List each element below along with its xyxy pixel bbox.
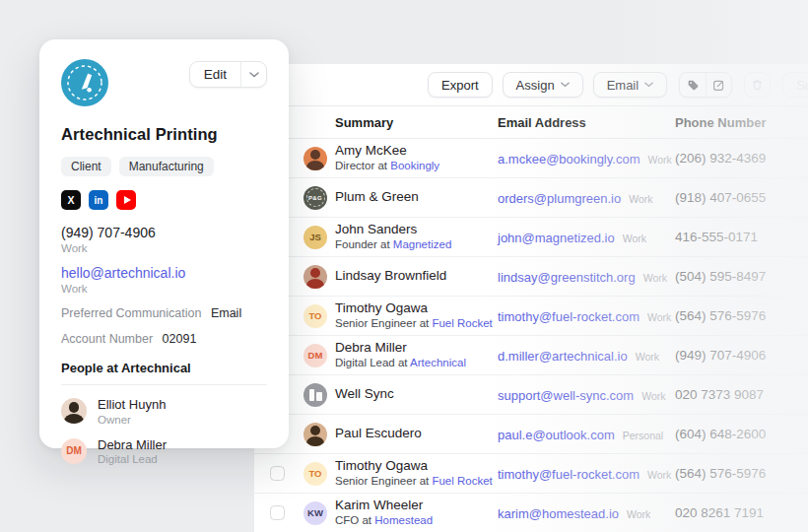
phone-number: (206) 932-4369 (675, 151, 808, 166)
table-row[interactable]: Lindsay Brownfieldlindsay@greenstitch.or… (254, 257, 808, 297)
divider (61, 384, 267, 385)
field-value: 02091 (163, 332, 197, 346)
contact-name: Timothy Ogawa (335, 300, 498, 316)
avatar (61, 398, 87, 424)
company-link[interactable]: Fuel Rocket (432, 317, 492, 329)
bulk-edit-button[interactable] (706, 73, 731, 97)
contact-name: Debra Miller (335, 340, 498, 356)
avatar: KW (303, 501, 327, 525)
company-link[interactable]: Homestead (374, 514, 433, 526)
assign-button-label: Assign (516, 78, 555, 93)
phone-number: 020 8261 7191 (675, 505, 808, 520)
phone-number: (564) 576-5976 (675, 308, 808, 323)
email-type-label: Work (627, 508, 650, 520)
contact-name: Timothy Ogawa (335, 458, 498, 474)
phone-number: (564) 576-5976 (675, 466, 808, 481)
table-row[interactable]: DMDebra MillerDigital Lead at Artechnica… (254, 336, 808, 375)
table-row[interactable]: P&GPlum & Greenorders@plumgreen.ioWork(9… (254, 178, 808, 218)
play-icon (124, 196, 131, 204)
contact-name: Lindsay Brownfield (335, 268, 498, 284)
column-header-phone[interactable]: Phone Number (675, 115, 808, 130)
phone-number: 020 7373 9087 (675, 387, 808, 402)
youtube-icon[interactable] (116, 190, 136, 210)
company-link[interactable]: Artechnical (410, 357, 466, 368)
avatar: TO (303, 462, 327, 486)
linkedin-icon[interactable]: in (89, 190, 108, 210)
table-row[interactable]: TOTimothy OgawaSenior Engineer at Fuel R… (254, 454, 808, 494)
contacts-table-panel: Export Assign Email (254, 64, 808, 532)
column-header-email[interactable]: Email Address (498, 115, 675, 130)
company-phone[interactable]: (949) 707-4906 (61, 225, 267, 240)
table-row[interactable]: TOTimothy OgawaSenior Engineer at Fuel R… (254, 297, 808, 336)
table-body: Amy McKeeDirector at Bookinglya.mckee@bo… (254, 139, 808, 532)
email-link[interactable]: timothy@fuel-rocket.com (498, 467, 640, 482)
delete-button[interactable] (744, 72, 771, 98)
assign-button[interactable]: Assign (503, 72, 583, 98)
chevron-down-icon (561, 82, 570, 88)
email-type-label: Work (636, 351, 659, 363)
avatar (303, 383, 327, 407)
company-tags: Client Manufacturing (61, 157, 267, 176)
contact-subtitle: Founder at Magnetized (335, 238, 498, 252)
email-button[interactable]: Email (593, 72, 668, 98)
table-row[interactable]: Well Syncsupport@well-sync.comWork020 73… (254, 375, 808, 415)
table-row[interactable]: JSJohn SandersFounder at Magnetizedjohn@… (254, 218, 808, 257)
edit-icon (712, 79, 725, 92)
edit-button[interactable]: Edit (190, 62, 240, 87)
avatar: P&G (303, 186, 327, 210)
tag-client[interactable]: Client (61, 157, 111, 176)
table-row[interactable]: Amy McKeeDirector at Bookinglya.mckee@bo… (254, 139, 808, 178)
export-button[interactable]: Export (428, 72, 493, 98)
export-button-label: Export (441, 78, 479, 93)
avatar: DM (61, 438, 87, 464)
sort-button[interactable]: Sort (782, 72, 808, 98)
tag-button[interactable] (680, 73, 706, 97)
email-link[interactable]: paul.e@outlook.com (498, 428, 615, 442)
person-name: Elliot Huynh (98, 397, 166, 413)
company-phone-label: Work (61, 242, 267, 254)
column-header-summary[interactable]: Summary (335, 115, 498, 130)
preferred-communication-field: Preferred Communication Email (61, 306, 267, 320)
contact-subtitle: Senior Engineer at Fuel Rocket (335, 475, 498, 489)
field-label: Account Number (61, 332, 153, 346)
contact-name: Karim Wheeler (335, 498, 498, 513)
email-link[interactable]: john@magnetized.io (498, 231, 615, 245)
contact-name: Amy McKee (335, 143, 498, 159)
people-section-heading: People at Artechnical (61, 361, 267, 375)
phone-number: (949) 707-4906 (675, 348, 808, 363)
email-button-label: Email (607, 78, 640, 93)
tag-manufacturing[interactable]: Manufacturing (119, 157, 214, 176)
email-link[interactable]: orders@plumgreen.io (498, 191, 621, 206)
contact-subtitle: Digital Lead at Artechnical (335, 357, 498, 370)
email-link[interactable]: lindsay@greenstitch.org (498, 270, 636, 285)
company-card: Edit Artechnical Printing Client Manufac… (39, 39, 289, 448)
avatar (303, 147, 327, 170)
email-link[interactable]: a.mckee@bookingly.com (498, 152, 640, 166)
company-email[interactable]: hello@artechnical.io (61, 265, 267, 281)
email-type-label: Work (641, 390, 665, 402)
email-type-label: Work (647, 469, 671, 481)
person-item-elliot[interactable]: Elliot Huynh Owner (61, 397, 267, 426)
table-row[interactable]: Paul Escuderopaul.e@outlook.comPersonal(… (254, 415, 808, 454)
company-link[interactable]: Fuel Rocket (432, 475, 492, 487)
row-checkbox[interactable] (270, 466, 285, 481)
person-role: Digital Lead (98, 453, 167, 465)
company-link[interactable]: Bookingly (390, 160, 439, 171)
chevron-down-icon (644, 82, 653, 88)
table-row[interactable]: KWKarim WheelerCFO at Homesteadkarim@hom… (254, 494, 808, 532)
field-value: Email (211, 306, 241, 320)
edit-dropdown-button[interactable] (240, 62, 266, 87)
phone-number: (918) 407-0655 (675, 190, 808, 205)
email-type-label: Work (623, 233, 646, 244)
social-links: X in (61, 190, 267, 210)
email-link[interactable]: support@well-sync.com (498, 388, 634, 403)
person-item-debra[interactable]: DM Debra Miller Digital Lead (61, 437, 267, 466)
x-social-icon[interactable]: X (61, 190, 81, 210)
email-link[interactable]: d.miller@artechnical.io (498, 349, 628, 364)
trash-icon (751, 78, 764, 92)
row-checkbox[interactable] (270, 505, 285, 520)
email-link[interactable]: karim@homestead.io (498, 506, 619, 521)
chevron-down-icon (249, 72, 259, 78)
company-link[interactable]: Magnetized (393, 238, 451, 250)
email-link[interactable]: timothy@fuel-rocket.com (498, 309, 640, 324)
